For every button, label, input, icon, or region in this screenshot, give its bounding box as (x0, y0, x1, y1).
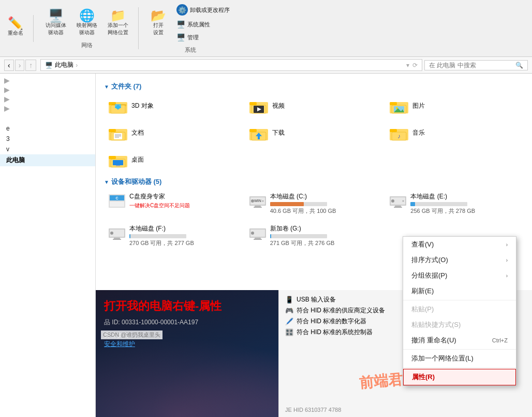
ctx-undo-label: 撤消 重命名(U) (411, 336, 456, 345)
folder-music[interactable]: ♪ 音乐 (385, 121, 524, 144)
drive-f[interactable]: 本地磁盘 (F:) 270 GB 可用，共 277 GB (104, 222, 243, 250)
search-icon[interactable]: 🔍 (515, 62, 523, 69)
drive-e-info: 本地磁盘 (E:) 256 GB 可用，共 278 GB (410, 192, 475, 215)
open-settings-button[interactable]: 📂 打开设置 (147, 7, 170, 38)
system-small-buttons: ⚙️ 卸载或更改程序 🖥️ 系统属性 🖥️ 管理 (173, 3, 233, 43)
sidebar-spacer (0, 113, 95, 123)
address-path-bar[interactable]: 🖥️ 此电脑 › ▾ ⟳ (40, 59, 422, 71)
folder-video-icon (248, 97, 269, 114)
folder-video[interactable]: 视频 (245, 94, 383, 117)
ctx-group-arrow: › (506, 273, 508, 279)
drive-e[interactable]: 本地磁盘 (E:) 256 GB 可用，共 278 GB (385, 190, 524, 218)
drive-f-bar-container (129, 234, 186, 238)
rename-button[interactable]: ✏️ 重命名 (4, 15, 27, 39)
drive-f-bar (129, 234, 130, 238)
map-network-button[interactable]: 🌐 映射网络驱动器 (73, 7, 101, 38)
sidebar-item-e[interactable]: e (0, 123, 95, 134)
drive-software[interactable]: C C盘瘦身专家 一键解决C盘空间不足问题 (104, 190, 243, 218)
svg-rect-46 (254, 207, 262, 208)
sidebar-pin-4[interactable]: ▶ (0, 104, 95, 113)
search-bar[interactable]: 🔍 (424, 60, 528, 70)
folder-documents[interactable]: 文档 (104, 121, 243, 144)
svg-point-51 (403, 200, 404, 202)
folder-music-label: 音乐 (412, 128, 425, 137)
ctx-sort[interactable]: 排序方式(O) › (403, 252, 516, 268)
sidebar-pin-1[interactable]: ▶ (0, 76, 95, 85)
open-settings-icon: 📂 (151, 9, 166, 22)
sidebar-item-3[interactable]: 3 (0, 134, 95, 144)
ctx-sep-3 (403, 367, 516, 368)
sidebar-item-v[interactable]: v (0, 144, 95, 154)
toolbar-group-system: 📂 打开设置 ⚙️ 卸载或更改程序 🖥️ 系统属性 🖥️ 管理 系统 (147, 3, 240, 54)
svg-point-43 (251, 199, 254, 203)
folder-grid: 3D 对象 视频 (104, 94, 524, 171)
map-network-icon: 🌐 (79, 9, 95, 22)
ctx-paste-label: 粘贴(P) (411, 305, 434, 314)
drive-c[interactable]: WIN 本地磁盘 (C:) 40.6 GB 可用，共 100 GB (245, 190, 383, 218)
uninstall-label: 卸载或更改程序 (190, 6, 230, 14)
sys-props-icon: 🖥️ (176, 20, 185, 28)
ctx-view[interactable]: 查看(V) › (403, 237, 516, 252)
folder-documents-label: 文档 (131, 128, 144, 137)
folder-desktop[interactable]: 桌面 (104, 148, 243, 171)
drive-f-info: 本地磁盘 (F:) 270 GB 可用，共 277 GB (129, 224, 194, 247)
drive-e-bar (410, 202, 415, 206)
svg-rect-25 (249, 129, 257, 132)
drive-f-icon (108, 224, 126, 242)
drives-chevron[interactable]: ▼ (104, 179, 109, 185)
drive-g-space: 271 GB 可用，共 276 GB (270, 239, 335, 247)
sidebar-item-this-pc[interactable]: 此电脑 (0, 154, 95, 166)
bottom-id: JE HID 6310377 4788 (285, 407, 341, 413)
folder-video-label: 视频 (272, 102, 285, 110)
drive-software-sub: 一键解决C盘空间不足问题 (129, 202, 190, 209)
folders-section-header: ▼ 文件夹 (7) (104, 82, 524, 91)
sidebar-pin-3[interactable]: ▶ (0, 94, 95, 104)
folder-3d-object[interactable]: 3D 对象 (104, 94, 243, 117)
svg-point-44 (262, 200, 263, 202)
up-button[interactable]: ↑ (25, 60, 36, 71)
network-group-label: 网络 (81, 41, 93, 49)
folder-downloads[interactable]: 下载 (245, 121, 383, 144)
ctx-paste-shortcut-label: 粘贴快捷方式(S) (411, 320, 461, 329)
drive-c-space: 40.6 GB 可用，共 100 GB (270, 207, 336, 215)
drive-g[interactable]: 新加卷 (G:) 271 GB 可用，共 276 GB (245, 222, 383, 250)
sys-props-label: 系统属性 (187, 21, 210, 28)
svg-rect-53 (394, 207, 402, 208)
drive-c-info: 本地磁盘 (C:) 40.6 GB 可用，共 100 GB (270, 192, 336, 215)
csdn-badge: CSDN @谁扔我桌里头 (101, 330, 162, 339)
open-settings-label: 打开设置 (153, 22, 164, 36)
toolbar-group-network: 🖥️ 访问媒体驱动器 🌐 映射网络驱动器 📁 添加一个网络位置 网络 (42, 7, 139, 49)
svg-rect-63 (254, 239, 262, 240)
search-input[interactable] (429, 62, 513, 69)
visit-media-button[interactable]: 🖥️ 访问媒体驱动器 (42, 7, 70, 38)
device-hid2-icon: 🖊️ (285, 318, 293, 325)
folder-downloads-label: 下载 (272, 128, 285, 137)
drive-c-name: 本地磁盘 (C:) (270, 192, 336, 201)
folders-section-label: 文件夹 (7) (111, 82, 142, 91)
ctx-group[interactable]: 分组依据(P) › (403, 268, 516, 283)
ctx-undo[interactable]: 撤消 重命名(U) Ctrl+Z (403, 333, 516, 348)
drive-c-icon: WIN (248, 192, 267, 210)
ctx-refresh[interactable]: 刷新(E) (403, 283, 516, 299)
svg-text:C: C (115, 196, 118, 200)
device-hid2-label: 符合 HID 标准的数字化器 (297, 317, 366, 326)
folder-downloads-icon (248, 124, 269, 141)
manage-button[interactable]: 🖥️ 管理 (173, 32, 233, 43)
addressbar: ‹ › ↑ 🖥️ 此电脑 › ▾ ⟳ 🔍 (0, 57, 532, 74)
folder-desktop-label: 桌面 (131, 155, 144, 164)
forward-button[interactable]: › (15, 60, 25, 71)
path-refresh-icon[interactable]: ⟳ (412, 62, 418, 69)
sys-props-button[interactable]: 🖥️ 系统属性 (173, 19, 233, 30)
folder-pictures[interactable]: 图片 (385, 94, 524, 117)
folders-chevron[interactable]: ▼ (104, 84, 109, 90)
ctx-properties[interactable]: 属性(R) (403, 369, 516, 385)
add-location-button[interactable]: 📁 添加一个网络位置 (104, 7, 132, 38)
device-usb-icon: 📱 (285, 296, 293, 304)
uninstall-button[interactable]: ⚙️ 卸载或更改程序 (173, 3, 233, 17)
sidebar-pin-2[interactable]: ▶ (0, 85, 95, 94)
back-button[interactable]: ‹ (4, 60, 14, 71)
path-dropdown-icon[interactable]: ▾ (406, 62, 409, 69)
ctx-properties-label: 属性(R) (412, 372, 435, 382)
ctx-sep-1 (403, 300, 516, 300)
ctx-add-network[interactable]: 添加一个网络位置(L) (403, 351, 516, 366)
